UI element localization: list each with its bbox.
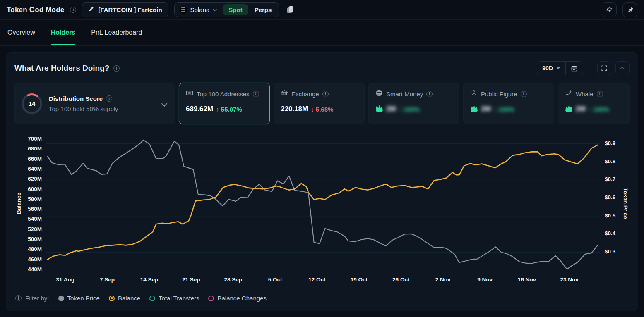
card-title: Distribution Score [49, 95, 103, 102]
distribution-score-gauge: 14 [22, 93, 42, 114]
collapse-button[interactable] [615, 61, 630, 75]
section-tabs: Overview Holders PnL Leaderboard [0, 20, 644, 46]
change-blurred: ↑ 100% [494, 106, 514, 113]
x-tick: 7 Sep [100, 276, 115, 283]
change-down: ↓ 5.68% [311, 106, 333, 113]
y-tick-left: 540M [28, 216, 42, 222]
y-tick-left: 440M [28, 266, 42, 272]
total-transfers-radio-icon [149, 296, 155, 301]
card-exchange[interactable]: Exchange i 220.18M ↓ 5.68% [274, 83, 365, 124]
card-top-100-addresses[interactable]: Top 100 Addresses i 689.62M ↑ 55.07% [179, 83, 270, 124]
x-tick: 2 Nov [435, 276, 451, 283]
filter-option-token-price[interactable]: Token Price [58, 295, 100, 302]
pin-button[interactable] [622, 2, 637, 17]
x-axis-ticks: 31 Aug7 Sep14 Sep21 Sep28 Sep5 Oct12 Oct… [46, 274, 598, 286]
filter-option-total-transfers[interactable]: Total Transfers [149, 295, 199, 302]
spot-toggle[interactable]: Spot [223, 4, 248, 15]
card-title: Exchange [291, 91, 319, 98]
x-tick: 14 Sep [140, 276, 159, 283]
crown-icon [375, 105, 383, 113]
public-figure-icon [470, 89, 478, 98]
watch-mode-button[interactable] [602, 2, 617, 17]
token-selector[interactable]: [FARTCOIN ] Fartcoin [82, 2, 168, 17]
chevron-down-icon [213, 7, 217, 11]
y-tick-left: 700M [28, 136, 42, 142]
info-icon[interactable]: i [322, 91, 329, 97]
crown-icon [470, 105, 478, 113]
x-tick: 9 Nov [477, 276, 493, 283]
info-icon[interactable]: i [521, 91, 527, 97]
chevron-up-icon [620, 67, 624, 71]
filter-option-balance[interactable]: Balance [109, 295, 140, 302]
tab-holders[interactable]: Holders [51, 20, 76, 45]
filter-label: Filter by: [25, 295, 49, 302]
y-tick-right: $0.8 [605, 158, 615, 164]
y-tick-left: 560M [28, 206, 42, 212]
filter-info-icon[interactable]: i [15, 295, 22, 301]
filter-option-balance-changes[interactable]: Balance Changes [208, 295, 266, 302]
y-axis-right-ticks: $0.9$0.8$0.7$0.6$0.5$0.4$0.3 [600, 135, 621, 272]
change-blurred: ↑ 100% [399, 106, 420, 113]
chain-selector[interactable]: Solana [175, 3, 221, 17]
holders-chart-svg[interactable] [46, 135, 600, 272]
tab-overview[interactable]: Overview [7, 20, 35, 45]
card-value-blurred: 2M [386, 105, 396, 113]
y-tick-left: 480M [28, 246, 42, 252]
y-tick-right: $0.6 [605, 194, 615, 200]
fullscreen-button[interactable] [597, 61, 611, 75]
perps-toggle[interactable]: Perps [250, 4, 277, 15]
x-tick: 23 Nov [560, 276, 578, 283]
panel-header: What Are Holders Doing? i 90D [14, 61, 630, 75]
distribution-subtitle: Top 100 hold 50% supply [49, 105, 156, 112]
card-title: Smart Money [386, 91, 423, 98]
y-tick-right: $0.4 [605, 230, 615, 236]
x-tick: 21 Sep [182, 276, 200, 283]
info-icon[interactable]: i [597, 91, 603, 97]
info-icon[interactable]: i [253, 91, 259, 97]
range-selector[interactable]: 90D [537, 62, 565, 75]
chart-plot-area[interactable] [46, 135, 600, 272]
card-title: Public Figure [481, 91, 517, 98]
x-tick: 19 Oct [351, 276, 368, 283]
distribution-score-value: 14 [24, 95, 40, 112]
token-price-swatch-icon [58, 296, 64, 301]
x-tick: 5 Oct [268, 276, 282, 283]
series-token-price [48, 140, 598, 269]
holders-chart: Balance 700M680M660M640M620M600M580M560M… [14, 135, 630, 286]
bank-icon [281, 89, 288, 98]
calendar-button[interactable] [566, 62, 583, 75]
y-tick-right: $0.9 [605, 140, 615, 146]
y-tick-left: 620M [28, 176, 42, 182]
card-smart-money[interactable]: Smart Money i 2M ↑ 100% [368, 83, 459, 124]
chevron-down-icon[interactable] [161, 100, 167, 106]
change-up: ↑ 55.07% [216, 106, 242, 113]
fullscreen-icon [601, 65, 608, 72]
y-axis-left-title: Balance [14, 135, 23, 272]
card-title: Top 100 Addresses [197, 91, 250, 98]
info-icon[interactable]: i [106, 95, 112, 102]
market-toggle: Spot Perps [221, 3, 279, 17]
y-tick-left: 460M [28, 256, 42, 262]
card-whale[interactable]: Whale i 2M ↑ 100% [558, 83, 630, 124]
copy-icon[interactable] [287, 6, 293, 14]
filter-bar: i Filter by: Token Price Balance Total T… [14, 295, 630, 302]
panel-title-info-icon[interactable]: i [113, 65, 120, 72]
panel-title: What Are Holders Doing? [14, 64, 109, 73]
info-icon[interactable]: i [426, 91, 433, 97]
y-tick-left: 660M [28, 156, 42, 162]
balance-radio-icon [109, 296, 115, 301]
x-tick: 28 Sep [224, 276, 242, 283]
tab-pnl-leaderboard[interactable]: PnL Leaderboard [91, 20, 142, 45]
x-tick: 26 Oct [392, 276, 409, 283]
app-title-info-icon[interactable]: i [70, 7, 76, 13]
card-value-blurred: 2M [576, 105, 586, 113]
y-tick-left: 500M [28, 236, 42, 242]
card-public-figure[interactable]: Public Figure i 2M ↑ 100% [463, 83, 554, 124]
card-distribution-score[interactable]: 14 Distribution Score i Top 100 hold 50%… [14, 83, 175, 124]
crown-icon [565, 105, 573, 113]
chain-market-combo: Solana Spot Perps [174, 2, 279, 17]
app-title: Token God Mode [7, 6, 64, 14]
x-tick: 16 Nov [518, 276, 536, 283]
y-axis-left-ticks: 700M680M660M640M620M600M580M560M540M520M… [23, 135, 46, 272]
card-value: 689.62M [186, 105, 213, 113]
